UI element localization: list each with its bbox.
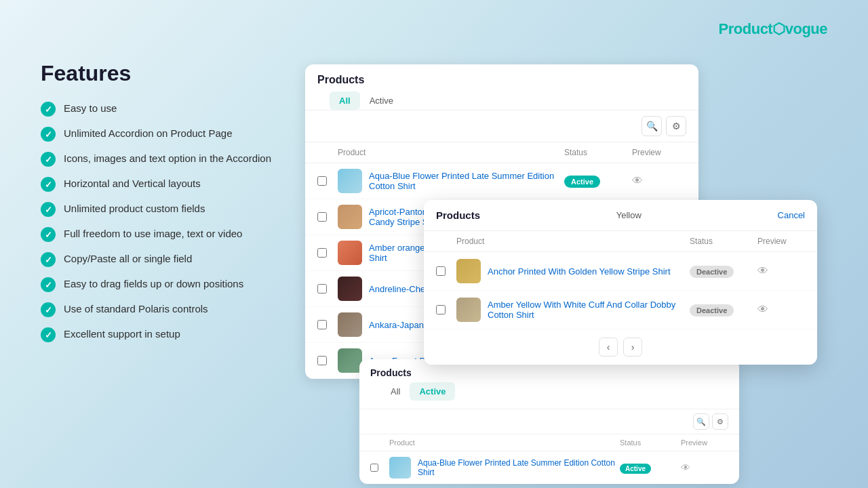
feature-item: Easy to drag fields up or down positions — [41, 277, 298, 292]
product-thumbnail — [338, 277, 362, 301]
feature-text: Horizontal and Vertical layouts — [64, 176, 201, 190]
modal-table-row: Amber Yellow With White Cuff And Collar … — [424, 291, 817, 329]
bottom-table-header: Product Status Preview — [359, 434, 739, 451]
feature-check-icon — [41, 252, 56, 267]
product-thumbnail — [338, 169, 362, 193]
bottom-table-body: Aqua-Blue Flower Printed Late Summer Edi… — [359, 451, 739, 484]
preview-cell: 👁 — [757, 265, 805, 277]
modal-products-panel: Products Yellow Cancel Product Status Pr… — [424, 200, 817, 365]
main-tab-all[interactable]: All — [330, 92, 360, 110]
feature-text: Copy/Paste all or single field — [64, 251, 192, 266]
feature-check-icon — [41, 227, 56, 242]
modal-row-checkbox[interactable] — [436, 305, 446, 314]
row-checkbox[interactable] — [317, 356, 327, 365]
bottom-row-checkbox[interactable] — [370, 464, 378, 472]
product-thumbnail — [338, 205, 362, 229]
feature-item: Copy/Paste all or single field — [41, 251, 298, 267]
product-thumbnail — [338, 241, 362, 265]
product-name[interactable]: Aqua-Blue Flower Printed Late Summer Edi… — [369, 171, 564, 191]
filter-button[interactable]: ⚙ — [666, 116, 686, 136]
next-page-button[interactable]: › — [623, 338, 642, 357]
product-cell: Amber Yellow With White Cuff And Collar … — [456, 298, 690, 322]
bottom-filter-button[interactable]: ⚙ — [712, 413, 728, 430]
bottom-panel-title: Products AllActive — [359, 359, 739, 409]
product-name[interactable]: Aqua-Blue Flower Printed Late Summer Edi… — [418, 458, 620, 477]
status-cell: Deactive — [690, 265, 757, 278]
main-panel-toolbar: 🔍 ⚙ — [305, 110, 698, 142]
feature-text: Icons, images and text option in the Acc… — [64, 151, 271, 165]
logo-icon: ⬡ — [772, 20, 785, 37]
feature-item: Unlimited Accordion on Product Page — [41, 126, 298, 142]
bottom-panel-tabs: AllActive — [370, 378, 728, 401]
modal-cancel-button[interactable]: Cancel — [778, 210, 805, 220]
feature-text: Excellent support in setup — [64, 327, 180, 341]
product-thumbnail — [456, 298, 481, 322]
feature-item: Easy to use — [41, 101, 298, 117]
feature-item: Use of standard Polaris controls — [41, 302, 298, 317]
modal-table-header: Product Status Preview — [424, 231, 817, 252]
feature-check-icon — [41, 327, 56, 342]
table-row: Aqua-Blue Flower Printed Late Summer Edi… — [305, 163, 698, 199]
bottom-search-button[interactable]: 🔍 — [693, 413, 709, 430]
preview-icon[interactable]: 👁 — [681, 462, 690, 473]
preview-icon[interactable]: 👁 — [757, 304, 768, 315]
search-button[interactable]: 🔍 — [642, 116, 662, 136]
feature-text: Unlimited Accordion on Product Page — [64, 126, 232, 140]
row-checkbox[interactable] — [317, 284, 327, 293]
main-panel-title: Products AllActive — [305, 64, 698, 110]
feature-item: Full freedom to use image, text or video — [41, 226, 298, 242]
status-badge: Deactive — [690, 266, 734, 278]
product-thumbnail — [389, 457, 411, 479]
main-panel-tabs: AllActive — [317, 86, 686, 110]
feature-check-icon — [41, 202, 56, 217]
preview-cell: 👁 — [632, 175, 686, 187]
logo-prefix: Product — [719, 20, 773, 37]
feature-text: Easy to use — [64, 101, 117, 115]
features-section: Features Easy to use Unlimited Accordion… — [41, 61, 298, 352]
product-name[interactable]: Amber Yellow With White Cuff And Collar … — [488, 300, 690, 320]
product-cell: Aqua-Blue Flower Printed Late Summer Edi… — [389, 457, 620, 479]
feature-check-icon — [41, 177, 56, 192]
feature-check-icon — [41, 277, 56, 292]
product-cell: Aqua-Blue Flower Printed Late Summer Edi… — [338, 169, 564, 193]
modal-table-row: Anchor Printed With Golden Yellow Stripe… — [424, 252, 817, 291]
preview-icon[interactable]: 👁 — [757, 265, 768, 277]
modal-pagination: ‹ › — [424, 329, 817, 365]
status-cell: Active — [564, 175, 632, 188]
product-thumbnail — [456, 259, 481, 283]
status-badge: Active — [564, 176, 600, 188]
preview-icon[interactable]: 👁 — [632, 175, 643, 186]
logo-suffix: vogue — [785, 20, 827, 37]
status-badge: Active — [620, 464, 651, 474]
feature-check-icon — [41, 152, 56, 167]
logo: Product⬡vogue — [719, 20, 827, 38]
feature-item: Horizontal and Vertical layouts — [41, 176, 298, 192]
row-checkbox[interactable] — [317, 176, 327, 186]
bottom-tab-all[interactable]: All — [381, 382, 410, 401]
modal-table-body: Anchor Printed With Golden Yellow Stripe… — [424, 252, 817, 329]
product-name[interactable]: Anchor Printed With Golden Yellow Stripe… — [488, 266, 671, 277]
bottom-tab-active[interactable]: Active — [410, 382, 455, 401]
row-checkbox[interactable] — [317, 212, 327, 222]
feature-text: Easy to drag fields up or down positions — [64, 277, 243, 291]
row-checkbox[interactable] — [317, 248, 327, 258]
main-table-header: Product Status Preview — [305, 142, 698, 163]
bottom-panel-toolbar: 🔍 ⚙ — [359, 409, 739, 434]
product-thumbnail — [338, 312, 362, 337]
product-cell: Anchor Printed With Golden Yellow Stripe… — [456, 259, 690, 283]
feature-item: Excellent support in setup — [41, 327, 298, 342]
feature-text: Use of standard Polaris controls — [64, 302, 208, 316]
feature-text: Unlimited product custom fields — [64, 201, 205, 216]
preview-cell: 👁 — [681, 462, 728, 474]
modal-header: Products Yellow Cancel — [424, 200, 817, 231]
prev-page-button[interactable]: ‹ — [599, 338, 618, 357]
modal-row-checkbox[interactable] — [436, 266, 446, 276]
preview-cell: 👁 — [757, 304, 805, 316]
feature-item: Unlimited product custom fields — [41, 201, 298, 217]
main-tab-active[interactable]: Active — [360, 92, 403, 110]
bottom-table-row: Aqua-Blue Flower Printed Late Summer Edi… — [359, 451, 739, 484]
row-checkbox[interactable] — [317, 320, 327, 329]
feature-check-icon — [41, 102, 56, 117]
features-list: Easy to use Unlimited Accordion on Produ… — [41, 101, 298, 342]
feature-check-icon — [41, 302, 56, 317]
